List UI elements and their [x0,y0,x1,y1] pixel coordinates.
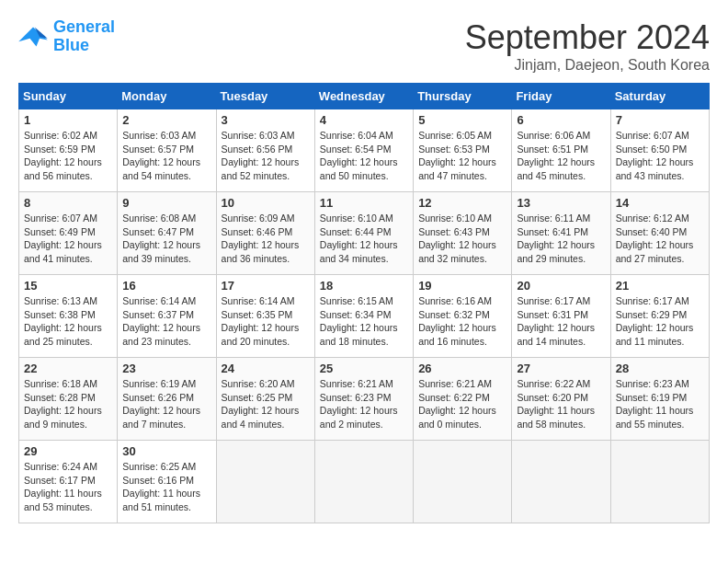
table-row: 22Sunrise: 6:18 AMSunset: 6:28 PMDayligh… [19,358,118,441]
table-row: 2Sunrise: 6:03 AMSunset: 6:57 PMDaylight… [118,109,216,192]
table-row [414,441,512,523]
table-row: 4Sunrise: 6:04 AMSunset: 6:54 PMDaylight… [314,109,413,192]
table-row: 1Sunrise: 6:02 AMSunset: 6:59 PMDaylight… [19,109,118,192]
table-row [512,441,610,523]
table-row: 15Sunrise: 6:13 AMSunset: 6:38 PMDayligh… [19,275,118,358]
header-tuesday: Tuesday [216,84,314,109]
header-friday: Friday [512,84,610,109]
table-row: 18Sunrise: 6:15 AMSunset: 6:34 PMDayligh… [314,275,413,358]
table-row [314,441,413,523]
table-row: 29Sunrise: 6:24 AMSunset: 6:17 PMDayligh… [19,441,118,523]
calendar-table: Sunday Monday Tuesday Wednesday Thursday… [18,83,710,523]
table-row: 14Sunrise: 6:12 AMSunset: 6:40 PMDayligh… [610,192,709,275]
logo-icon [18,24,48,50]
header-thursday: Thursday [414,84,512,109]
table-row: 26Sunrise: 6:21 AMSunset: 6:22 PMDayligh… [414,358,512,441]
table-row: 28Sunrise: 6:23 AMSunset: 6:19 PMDayligh… [610,358,709,441]
table-row: 3Sunrise: 6:03 AMSunset: 6:56 PMDaylight… [216,109,314,192]
table-row: 11Sunrise: 6:10 AMSunset: 6:44 PMDayligh… [314,192,413,275]
table-row: 23Sunrise: 6:19 AMSunset: 6:26 PMDayligh… [118,358,216,441]
table-row: 21Sunrise: 6:17 AMSunset: 6:29 PMDayligh… [610,275,709,358]
header-saturday: Saturday [610,84,709,109]
calendar-week-row: 22Sunrise: 6:18 AMSunset: 6:28 PMDayligh… [19,358,710,441]
table-row: 16Sunrise: 6:14 AMSunset: 6:37 PMDayligh… [118,275,216,358]
table-row: 24Sunrise: 6:20 AMSunset: 6:25 PMDayligh… [216,358,314,441]
table-row: 25Sunrise: 6:21 AMSunset: 6:23 PMDayligh… [314,358,413,441]
logo-text: General Blue [53,18,115,55]
title-block: September 2024 Jinjam, Daejeon, South Ko… [465,18,710,74]
calendar-header-row: Sunday Monday Tuesday Wednesday Thursday… [19,84,710,109]
table-row: 8Sunrise: 6:07 AMSunset: 6:49 PMDaylight… [19,192,118,275]
table-row: 30Sunrise: 6:25 AMSunset: 6:16 PMDayligh… [118,441,216,523]
table-row: 5Sunrise: 6:05 AMSunset: 6:53 PMDaylight… [414,109,512,192]
table-row: 7Sunrise: 6:07 AMSunset: 6:50 PMDaylight… [610,109,709,192]
table-row: 27Sunrise: 6:22 AMSunset: 6:20 PMDayligh… [512,358,610,441]
table-row: 19Sunrise: 6:16 AMSunset: 6:32 PMDayligh… [414,275,512,358]
table-row: 20Sunrise: 6:17 AMSunset: 6:31 PMDayligh… [512,275,610,358]
calendar-week-row: 15Sunrise: 6:13 AMSunset: 6:38 PMDayligh… [19,275,710,358]
calendar-week-row: 8Sunrise: 6:07 AMSunset: 6:49 PMDaylight… [19,192,710,275]
header-monday: Monday [118,84,216,109]
logo: General Blue [18,18,115,55]
table-row: 9Sunrise: 6:08 AMSunset: 6:47 PMDaylight… [118,192,216,275]
page-header: General Blue September 2024 Jinjam, Daej… [18,18,710,74]
table-row: 6Sunrise: 6:06 AMSunset: 6:51 PMDaylight… [512,109,610,192]
table-row [610,441,709,523]
location-title: Jinjam, Daejeon, South Korea [465,57,710,74]
table-row: 13Sunrise: 6:11 AMSunset: 6:41 PMDayligh… [512,192,610,275]
table-row: 10Sunrise: 6:09 AMSunset: 6:46 PMDayligh… [216,192,314,275]
table-row [216,441,314,523]
header-sunday: Sunday [19,84,118,109]
table-row: 17Sunrise: 6:14 AMSunset: 6:35 PMDayligh… [216,275,314,358]
calendar-week-row: 29Sunrise: 6:24 AMSunset: 6:17 PMDayligh… [19,441,710,523]
header-wednesday: Wednesday [314,84,413,109]
calendar-week-row: 1Sunrise: 6:02 AMSunset: 6:59 PMDaylight… [19,109,710,192]
table-row: 12Sunrise: 6:10 AMSunset: 6:43 PMDayligh… [414,192,512,275]
month-title: September 2024 [465,18,710,57]
